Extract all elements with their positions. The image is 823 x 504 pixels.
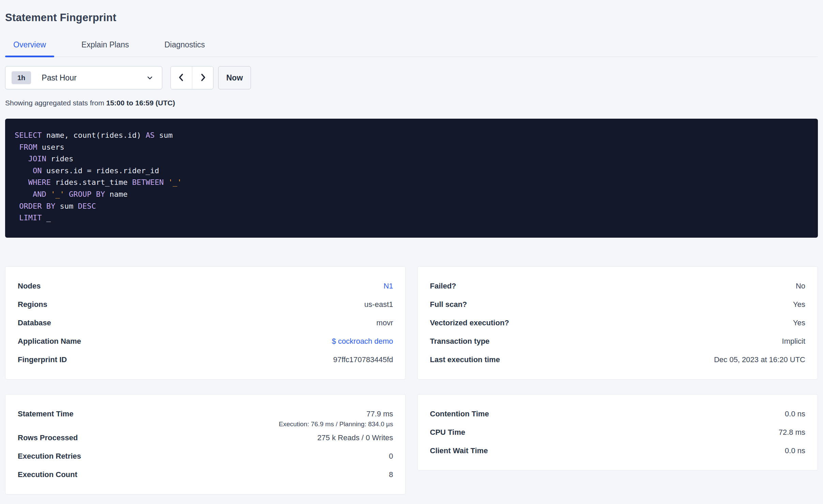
execution-attributes-card: Failed?NoFull scan?YesVectorized executi…	[417, 266, 818, 380]
row-label: Execution Count	[18, 465, 77, 484]
sql-statement-box: SELECT name, count(rides.id) AS sum FROM…	[5, 119, 818, 238]
row-value: Dec 05, 2023 at 16:20 UTC	[714, 355, 805, 364]
prev-interval-button[interactable]	[171, 66, 192, 89]
sql-text	[15, 213, 19, 222]
sql-keyword: JOIN	[28, 154, 46, 163]
row-label: Transaction type	[430, 332, 490, 351]
sql-keyword: WHERE	[28, 178, 51, 187]
sql-line: ON users.id = rides.rider_id	[15, 165, 806, 177]
interval-label: Past Hour	[42, 73, 76, 83]
detail-row: Full scan?Yes	[430, 295, 805, 314]
detail-row: Last execution timeDec 05, 2023 at 16:20…	[430, 351, 805, 369]
now-button[interactable]: Now	[218, 66, 251, 89]
row-value-col: $ cockroach demo	[332, 332, 393, 351]
sql-literal: '_'	[168, 178, 182, 187]
row-value-col: 8	[389, 465, 393, 484]
row-value: 72.8 ms	[779, 428, 805, 436]
row-value: 97ffc170783445fd	[333, 355, 393, 364]
sql-text	[164, 178, 168, 187]
detail-row: Fingerprint ID97ffc170783445fd	[18, 351, 393, 369]
summary-cards-grid: NodesN1Regionsus-east1DatabasemovrApplic…	[5, 266, 818, 494]
row-value: 0.0 ns	[785, 446, 805, 455]
sql-text: name, count(rides.id)	[42, 131, 146, 139]
row-value-col: 0.0 ns	[785, 405, 805, 423]
row-value: 275 k Reads / 0 Writes	[317, 433, 393, 442]
row-value-col: Dec 05, 2023 at 16:20 UTC	[714, 351, 805, 369]
row-value: us-east1	[364, 300, 393, 309]
row-value: 0.0 ns	[785, 410, 805, 418]
row-value-detail: Execution: 76.9 ms / Planning: 834.0 µs	[279, 420, 393, 429]
interval-badge: 1h	[12, 71, 31, 84]
statement-details-card: NodesN1Regionsus-east1DatabasemovrApplic…	[5, 266, 406, 380]
row-label: Full scan?	[430, 295, 467, 314]
row-value: Yes	[793, 300, 805, 309]
next-interval-button[interactable]	[192, 66, 213, 89]
detail-row: Vectorized execution?Yes	[430, 314, 805, 332]
row-value: 0	[389, 452, 393, 460]
row-label: Client Wait Time	[430, 442, 488, 460]
sql-text	[15, 166, 33, 175]
row-value: Yes	[793, 318, 805, 327]
sql-text	[15, 202, 19, 210]
detail-row: Databasemovr	[18, 314, 393, 332]
chevron-right-icon	[199, 73, 207, 83]
row-label: CPU Time	[430, 423, 465, 442]
detail-row: Statement Time77.9 msExecution: 76.9 ms …	[18, 405, 393, 429]
sql-text	[15, 190, 33, 198]
detail-row: Rows Processed275 k Reads / 0 Writes	[18, 429, 393, 447]
detail-row: Transaction typeImplicit	[430, 332, 805, 351]
sql-text: sum	[55, 202, 78, 210]
row-label: Vectorized execution?	[430, 314, 509, 332]
tab-diagnostics[interactable]: Diagnostics	[156, 36, 213, 57]
row-label: Application Name	[18, 332, 81, 351]
row-value-col: Yes	[793, 295, 805, 314]
row-label: Statement Time	[18, 405, 73, 423]
statement-fingerprint-page: Statement Fingerprint Overview Explain P…	[0, 12, 823, 494]
time-toolbar: 1h Past Hour Now	[5, 66, 818, 89]
row-label: Regions	[18, 295, 47, 314]
statement-times-card: Statement Time77.9 msExecution: 76.9 ms …	[5, 394, 406, 494]
detail-row: CPU Time72.8 ms	[430, 423, 805, 442]
row-label: Rows Processed	[18, 429, 78, 447]
sql-text: name	[105, 190, 128, 198]
row-value: Implicit	[782, 337, 805, 345]
sql-line: SELECT name, count(rides.id) AS sum	[15, 130, 806, 142]
sql-line: JOIN rides	[15, 153, 806, 165]
detail-row: Execution Count8	[18, 465, 393, 484]
sql-line: FROM users	[15, 142, 806, 153]
sql-keyword: AS	[146, 131, 155, 139]
sql-keyword: ORDER BY	[19, 202, 55, 210]
sql-text: rides.start_time	[51, 178, 132, 187]
time-interval-select[interactable]: 1h Past Hour	[5, 66, 162, 89]
interval-step-group	[170, 66, 213, 89]
row-value-col: 77.9 msExecution: 76.9 ms / Planning: 83…	[279, 405, 393, 429]
sql-text	[46, 190, 51, 198]
row-value-col: Yes	[793, 314, 805, 332]
row-value-col: N1	[384, 277, 393, 295]
sql-line: ORDER BY sum DESC	[15, 201, 806, 212]
row-value-col: No	[796, 277, 805, 295]
row-value-col: 0.0 ns	[785, 442, 805, 460]
detail-row: Client Wait Time0.0 ns	[430, 442, 805, 460]
sql-keyword: FROM	[19, 143, 37, 151]
row-value-col: us-east1	[364, 295, 393, 314]
row-value: 77.9 ms	[366, 410, 393, 418]
row-value-col: 97ffc170783445fd	[333, 351, 393, 369]
detail-row: Application Name$ cockroach demo	[18, 332, 393, 351]
sql-keyword: ON	[33, 166, 42, 175]
sql-text	[15, 143, 19, 151]
detail-row: Regionsus-east1	[18, 295, 393, 314]
row-value-link[interactable]: N1	[384, 282, 393, 290]
tab-explain-plans[interactable]: Explain Plans	[73, 36, 137, 57]
sql-line: WHERE rides.start_time BETWEEN '_'	[15, 177, 806, 189]
resource-wait-times-card: Contention Time0.0 nsCPU Time72.8 msClie…	[417, 394, 818, 471]
row-value-link[interactable]: $ cockroach demo	[332, 337, 393, 345]
row-label: Fingerprint ID	[18, 351, 67, 369]
sql-text: users.id = rides.rider_id	[42, 166, 159, 175]
row-label: Database	[18, 314, 51, 332]
row-value-col: 0	[389, 447, 393, 465]
sql-keyword: DESC	[78, 202, 96, 210]
tab-overview[interactable]: Overview	[5, 36, 54, 57]
row-value-col: 275 k Reads / 0 Writes	[317, 429, 393, 447]
sql-text: rides	[46, 154, 73, 163]
